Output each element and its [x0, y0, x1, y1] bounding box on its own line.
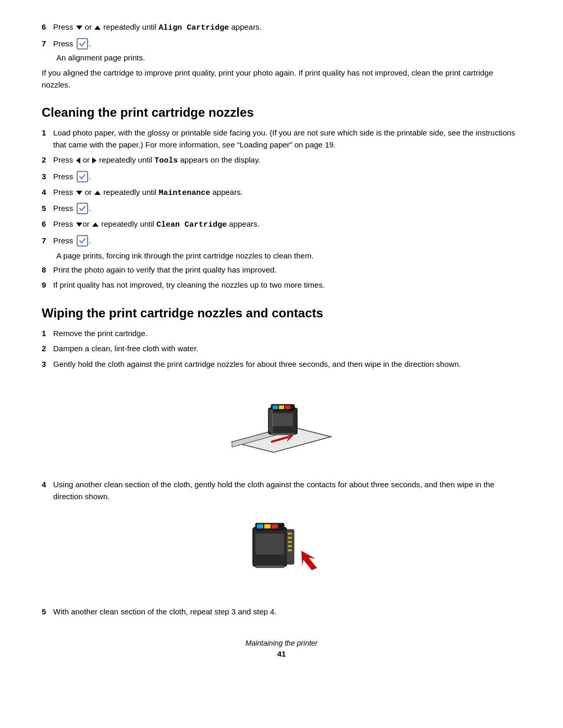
svg-rect-20	[288, 545, 292, 547]
step-content: Using another clean section of the cloth…	[53, 479, 521, 502]
section1-heading: Cleaning the print cartridge nozzles	[42, 105, 521, 120]
svg-rect-19	[288, 541, 292, 543]
check-button-icon	[77, 171, 88, 182]
svg-marker-24	[301, 551, 317, 570]
footer-label: Maintaining the printer	[42, 639, 521, 647]
step-number: 8	[42, 264, 53, 276]
step-number: 7	[42, 38, 53, 50]
section1-step-4: 4 Press or repeatedly until Maintenance …	[42, 187, 521, 200]
section2-step-5: 5 With another clean section of the clot…	[42, 606, 521, 618]
svg-rect-7	[285, 405, 290, 409]
svg-rect-10	[272, 413, 293, 426]
arrow-down-icon	[76, 223, 82, 227]
section1-steps-8-9: 8 Print the photo again to verify that t…	[42, 264, 521, 291]
step-content: Load photo paper, with the glossy or pri…	[53, 127, 521, 151]
arrow-right-icon	[92, 157, 96, 164]
step-number: 2	[42, 154, 53, 166]
contact-wipe-svg	[224, 512, 339, 595]
step-number: 2	[42, 343, 53, 355]
step-number: 3	[42, 171, 53, 183]
step-number: 5	[42, 606, 53, 618]
section1-step-8: 8 Print the photo again to verify that t…	[42, 264, 521, 276]
step-number: 5	[42, 203, 53, 215]
illustration-nozzle-wipe	[42, 379, 521, 470]
code-text: Tools	[154, 156, 178, 165]
step-number: 9	[42, 279, 53, 291]
step-number: 6	[42, 218, 53, 230]
svg-rect-21	[288, 549, 292, 551]
step-number: 6	[42, 21, 53, 33]
step-content: Press or repeatedly until Maintenance ap…	[53, 187, 521, 200]
arrow-up-icon	[94, 191, 101, 195]
section2-heading: Wiping the print cartridge nozzles and c…	[42, 306, 521, 320]
footer-page-number: 41	[42, 649, 521, 658]
code-text: Align Cartridge	[158, 23, 229, 32]
arrow-up-icon	[92, 223, 99, 227]
svg-rect-18	[288, 537, 292, 539]
step-number: 4	[42, 479, 53, 491]
arrow-left-icon	[76, 157, 80, 164]
section1-step7-indent: A page prints, forcing ink through the p…	[56, 251, 521, 260]
section1-step-9: 9 If print quality has not improved, try…	[42, 279, 521, 291]
section2-step-2: 2 Dampen a clean, lint-free cloth with w…	[42, 343, 521, 355]
svg-rect-9	[271, 433, 295, 435]
section1-steps-list: 1 Load photo paper, with the glossy or p…	[42, 127, 521, 247]
section1-step-2: 2 Press or repeatedly until Tools appear…	[42, 154, 521, 167]
svg-rect-22	[255, 565, 284, 568]
top-steps-section: 6 Press or repeatedly until Align Cartri…	[42, 21, 521, 62]
arrow-down-icon	[76, 26, 82, 30]
svg-rect-5	[273, 405, 278, 409]
nozzle-wipe-svg	[222, 379, 341, 468]
step-content: With another clean section of the cloth,…	[53, 606, 521, 618]
svg-rect-17	[288, 533, 292, 535]
step-7-indent: An alignment page prints.	[56, 53, 521, 62]
step-number: 1	[42, 328, 53, 340]
section2-step-3: 3 Gently hold the cloth against the prin…	[42, 359, 521, 371]
section1-step-7: 7 Press .	[42, 235, 521, 247]
section1-step-5: 5 Press .	[42, 203, 521, 215]
svg-rect-15	[272, 524, 278, 528]
step-content: Press .	[53, 38, 91, 50]
code-text: Clean Cartridge	[156, 220, 227, 229]
step-number: 4	[42, 187, 53, 199]
step-content: Gently hold the cloth against the print …	[53, 359, 521, 371]
svg-rect-23	[255, 534, 284, 554]
step-number: 1	[42, 127, 53, 139]
step-content: Press .	[53, 171, 521, 183]
step-content: If print quality has not improved, try c…	[53, 279, 521, 291]
svg-rect-6	[279, 405, 284, 409]
check-button-icon	[77, 203, 88, 214]
section1-step-1: 1 Load photo paper, with the glossy or p…	[42, 127, 521, 151]
section1-step-3: 3 Press .	[42, 171, 521, 183]
section1-step-6: 6 Press or repeatedly until Clean Cartri…	[42, 218, 521, 231]
section2-step-4: 4 Using another clean section of the clo…	[42, 479, 521, 502]
illustration-contact-wipe	[42, 512, 521, 597]
section-intro-paragraph: If you aligned the cartridge to improve …	[42, 67, 521, 91]
section2-steps-4-5: 4 Using another clean section of the clo…	[42, 479, 521, 502]
code-text: Maintenance	[158, 189, 210, 198]
step-content: Print the photo again to verify that the…	[53, 264, 521, 276]
top-step-6: 6 Press or repeatedly until Align Cartri…	[42, 21, 521, 34]
step-content: Press .	[53, 235, 521, 247]
step-content: Press or repeatedly until Clean Cartridg…	[53, 218, 521, 231]
section2-step-1: 1 Remove the print cartridge.	[42, 328, 521, 340]
step-number: 3	[42, 359, 53, 371]
step-content: Press or repeatedly until Tools appears …	[53, 154, 521, 167]
step-content: Press or repeatedly until Align Cartridg…	[53, 21, 262, 34]
svg-rect-14	[264, 524, 271, 528]
step-content: Remove the print cartridge.	[53, 328, 521, 340]
step-content: Dampen a clean, lint-free cloth with wat…	[53, 343, 521, 355]
section2-steps-list: 1 Remove the print cartridge. 2 Dampen a…	[42, 328, 521, 371]
arrow-down-icon	[76, 191, 82, 195]
step-content: Press .	[53, 203, 521, 215]
top-step-7: 7 Press .	[42, 38, 521, 50]
svg-rect-13	[257, 524, 263, 528]
check-button-icon	[77, 235, 88, 246]
arrow-up-icon	[94, 26, 101, 30]
section2-step-5-list: 5 With another clean section of the clot…	[42, 606, 521, 618]
step-number: 7	[42, 235, 53, 247]
check-button-icon	[77, 38, 88, 50]
